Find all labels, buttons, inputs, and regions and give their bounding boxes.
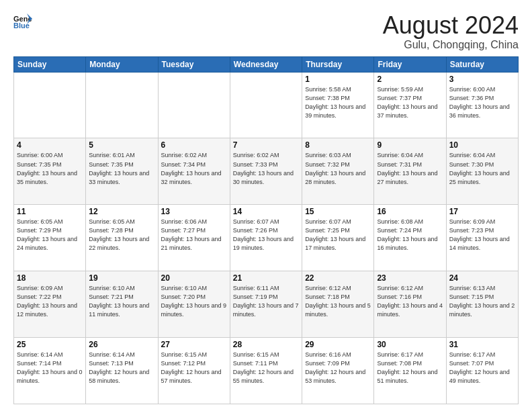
calendar-week-row: 18Sunrise: 6:09 AMSunset: 7:22 PMDayligh…	[14, 271, 519, 338]
svg-text:Blue: Blue	[13, 21, 30, 30]
col-saturday: Saturday	[446, 56, 518, 72]
logo-icon: General Blue	[13, 12, 32, 31]
day-info: Sunrise: 6:06 AMSunset: 7:27 PMDaylight:…	[161, 218, 227, 253]
day-number: 17	[449, 207, 515, 216]
calendar-week-row: 11Sunrise: 6:05 AMSunset: 7:29 PMDayligh…	[14, 205, 519, 271]
table-row: 10Sunrise: 6:04 AMSunset: 7:30 PMDayligh…	[446, 138, 518, 205]
day-info: Sunrise: 6:07 AMSunset: 7:25 PMDaylight:…	[305, 218, 371, 253]
table-row: 15Sunrise: 6:07 AMSunset: 7:25 PMDayligh…	[302, 205, 374, 271]
day-info: Sunrise: 6:15 AMSunset: 7:12 PMDaylight:…	[161, 351, 227, 385]
day-number: 31	[449, 340, 515, 349]
day-info: Sunrise: 6:17 AMSunset: 7:07 PMDaylight:…	[449, 351, 515, 385]
day-info: Sunrise: 6:05 AMSunset: 7:28 PMDaylight:…	[89, 218, 154, 253]
table-row	[158, 72, 230, 138]
table-row: 22Sunrise: 6:12 AMSunset: 7:18 PMDayligh…	[302, 271, 374, 338]
day-number: 13	[161, 207, 227, 216]
day-info: Sunrise: 6:04 AMSunset: 7:31 PMDaylight:…	[377, 151, 443, 186]
col-monday: Monday	[86, 56, 158, 72]
day-info: Sunrise: 6:13 AMSunset: 7:15 PMDaylight:…	[449, 284, 515, 319]
day-number: 7	[233, 140, 299, 150]
table-row: 25Sunrise: 6:14 AMSunset: 7:14 PMDayligh…	[14, 338, 86, 404]
table-row: 31Sunrise: 6:17 AMSunset: 7:07 PMDayligh…	[446, 338, 518, 404]
col-sunday: Sunday	[14, 56, 86, 72]
table-row: 29Sunrise: 6:16 AMSunset: 7:09 PMDayligh…	[302, 338, 374, 404]
day-number: 14	[233, 207, 299, 216]
table-row: 5Sunrise: 6:01 AMSunset: 7:35 PMDaylight…	[86, 138, 158, 205]
table-row: 13Sunrise: 6:06 AMSunset: 7:27 PMDayligh…	[158, 205, 230, 271]
table-row: 8Sunrise: 6:03 AMSunset: 7:32 PMDaylight…	[302, 138, 374, 205]
day-info: Sunrise: 6:09 AMSunset: 7:22 PMDaylight:…	[17, 284, 83, 319]
table-row: 21Sunrise: 6:11 AMSunset: 7:19 PMDayligh…	[230, 271, 302, 338]
day-number: 30	[377, 340, 443, 349]
day-info: Sunrise: 6:10 AMSunset: 7:20 PMDaylight:…	[161, 284, 227, 319]
table-row: 6Sunrise: 6:02 AMSunset: 7:34 PMDaylight…	[158, 138, 230, 205]
day-info: Sunrise: 6:07 AMSunset: 7:26 PMDaylight:…	[233, 218, 299, 253]
day-info: Sunrise: 6:16 AMSunset: 7:09 PMDaylight:…	[305, 351, 371, 385]
day-number: 18	[17, 273, 83, 283]
day-info: Sunrise: 6:14 AMSunset: 7:14 PMDaylight:…	[17, 351, 83, 385]
day-number: 27	[161, 340, 227, 349]
table-row: 11Sunrise: 6:05 AMSunset: 7:29 PMDayligh…	[14, 205, 86, 271]
table-row: 2Sunrise: 5:59 AMSunset: 7:37 PMDaylight…	[374, 72, 446, 138]
col-thursday: Thursday	[302, 56, 374, 72]
day-info: Sunrise: 5:58 AMSunset: 7:38 PMDaylight:…	[305, 85, 371, 120]
table-row: 28Sunrise: 6:15 AMSunset: 7:11 PMDayligh…	[230, 338, 302, 404]
day-info: Sunrise: 6:02 AMSunset: 7:34 PMDaylight:…	[161, 151, 227, 186]
calendar-page: General Blue August 2024 Gulu, Chongqing…	[0, 0, 532, 411]
day-number: 19	[89, 273, 154, 283]
day-number: 22	[305, 273, 371, 283]
day-info: Sunrise: 6:10 AMSunset: 7:21 PMDaylight:…	[89, 284, 154, 319]
table-row: 7Sunrise: 6:02 AMSunset: 7:33 PMDaylight…	[230, 138, 302, 205]
day-number: 24	[449, 273, 515, 283]
day-number: 12	[89, 207, 154, 216]
day-info: Sunrise: 6:01 AMSunset: 7:35 PMDaylight:…	[89, 151, 154, 186]
table-row: 19Sunrise: 6:10 AMSunset: 7:21 PMDayligh…	[86, 271, 158, 338]
table-row	[230, 72, 302, 138]
day-info: Sunrise: 5:59 AMSunset: 7:37 PMDaylight:…	[377, 85, 443, 120]
day-number: 20	[161, 273, 227, 283]
table-row: 20Sunrise: 6:10 AMSunset: 7:20 PMDayligh…	[158, 271, 230, 338]
day-info: Sunrise: 6:14 AMSunset: 7:13 PMDaylight:…	[89, 351, 154, 385]
calendar-table: Sunday Monday Tuesday Wednesday Thursday…	[13, 56, 519, 404]
day-info: Sunrise: 6:11 AMSunset: 7:19 PMDaylight:…	[233, 284, 299, 319]
calendar-week-row: 4Sunrise: 6:00 AMSunset: 7:35 PMDaylight…	[14, 138, 519, 205]
table-row: 17Sunrise: 6:09 AMSunset: 7:23 PMDayligh…	[446, 205, 518, 271]
table-row: 16Sunrise: 6:08 AMSunset: 7:24 PMDayligh…	[374, 205, 446, 271]
table-row: 1Sunrise: 5:58 AMSunset: 7:38 PMDaylight…	[302, 72, 374, 138]
day-number: 21	[233, 273, 299, 283]
day-info: Sunrise: 6:00 AMSunset: 7:35 PMDaylight:…	[17, 151, 83, 186]
day-info: Sunrise: 6:02 AMSunset: 7:33 PMDaylight:…	[233, 151, 299, 186]
table-row: 12Sunrise: 6:05 AMSunset: 7:28 PMDayligh…	[86, 205, 158, 271]
header: General Blue August 2024 Gulu, Chongqing…	[13, 12, 519, 51]
col-friday: Friday	[374, 56, 446, 72]
table-row: 26Sunrise: 6:14 AMSunset: 7:13 PMDayligh…	[86, 338, 158, 404]
day-number: 29	[305, 340, 371, 349]
day-number: 28	[233, 340, 299, 349]
table-row: 14Sunrise: 6:07 AMSunset: 7:26 PMDayligh…	[230, 205, 302, 271]
table-row: 23Sunrise: 6:12 AMSunset: 7:16 PMDayligh…	[374, 271, 446, 338]
table-row: 27Sunrise: 6:15 AMSunset: 7:12 PMDayligh…	[158, 338, 230, 404]
day-info: Sunrise: 6:12 AMSunset: 7:16 PMDaylight:…	[377, 284, 443, 319]
day-number: 6	[161, 140, 227, 150]
day-number: 8	[305, 140, 371, 150]
subtitle: Gulu, Chongqing, China	[383, 39, 519, 51]
col-tuesday: Tuesday	[158, 56, 230, 72]
day-info: Sunrise: 6:00 AMSunset: 7:36 PMDaylight:…	[449, 85, 515, 120]
col-wednesday: Wednesday	[230, 56, 302, 72]
main-title: August 2024	[383, 12, 519, 39]
calendar-header-row: Sunday Monday Tuesday Wednesday Thursday…	[14, 56, 519, 72]
table-row: 24Sunrise: 6:13 AMSunset: 7:15 PMDayligh…	[446, 271, 518, 338]
day-info: Sunrise: 6:05 AMSunset: 7:29 PMDaylight:…	[17, 218, 83, 253]
table-row: 3Sunrise: 6:00 AMSunset: 7:36 PMDaylight…	[446, 72, 518, 138]
day-info: Sunrise: 6:12 AMSunset: 7:18 PMDaylight:…	[305, 284, 371, 319]
day-info: Sunrise: 6:03 AMSunset: 7:32 PMDaylight:…	[305, 151, 371, 186]
day-number: 26	[89, 340, 154, 349]
calendar-week-row: 1Sunrise: 5:58 AMSunset: 7:38 PMDaylight…	[14, 72, 519, 138]
table-row: 18Sunrise: 6:09 AMSunset: 7:22 PMDayligh…	[14, 271, 86, 338]
day-number: 15	[305, 207, 371, 216]
table-row	[86, 72, 158, 138]
day-info: Sunrise: 6:17 AMSunset: 7:08 PMDaylight:…	[377, 351, 443, 385]
logo: General Blue	[13, 12, 32, 31]
table-row	[14, 72, 86, 138]
table-row: 30Sunrise: 6:17 AMSunset: 7:08 PMDayligh…	[374, 338, 446, 404]
